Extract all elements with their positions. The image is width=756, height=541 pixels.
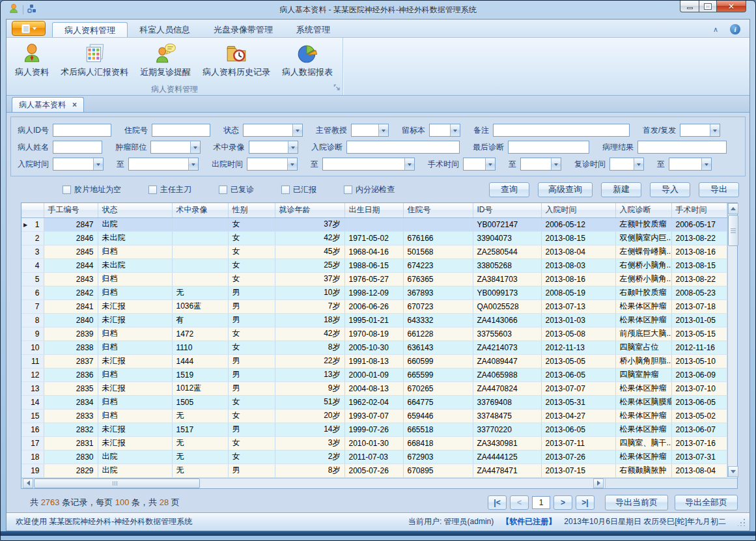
cell-gender[interactable]: 男 xyxy=(228,354,275,368)
maximize-button[interactable] xyxy=(699,1,717,12)
cell-status[interactable]: 出院 xyxy=(98,217,172,231)
cell-gender[interactable]: 女 xyxy=(228,436,275,450)
cell-birth-date[interactable]: 1995-01-21 xyxy=(344,313,403,327)
column-header-surgery-date[interactable]: 手术时间 xyxy=(671,203,727,217)
cell-id-no[interactable]: ZA4444125 xyxy=(473,450,541,464)
new-button[interactable]: 新建 xyxy=(601,182,641,197)
final-diagnosis-input[interactable] xyxy=(508,141,589,154)
cell-admission-diagnosis[interactable]: 前颅底巨大脑... xyxy=(615,327,671,340)
cell-intraop-video[interactable]: 1444 xyxy=(172,354,228,368)
ribbon-tab-system-management[interactable]: 系统管理 xyxy=(285,22,342,37)
cell-intraop-video[interactable] xyxy=(172,217,228,231)
cell-visit-age[interactable]: 42岁 xyxy=(275,231,344,245)
cell-birth-date[interactable] xyxy=(344,217,403,231)
cell-visit-age[interactable]: 14岁 xyxy=(275,423,344,436)
ribbon-tab-disc-video-management[interactable]: 光盘录像带管理 xyxy=(202,22,285,37)
vertical-scroll-thumb[interactable] xyxy=(728,215,738,246)
cell-admission-date[interactable]: 2013-07-11 xyxy=(541,436,615,450)
info-icon[interactable]: i xyxy=(730,24,740,35)
cell-visit-age[interactable]: 9岁 xyxy=(275,381,344,395)
cell-surgery-date[interactable]: 2012-11-16 xyxy=(671,340,727,354)
cell-id-no[interactable]: 33770220 xyxy=(473,423,541,436)
followup-date-from-combo[interactable] xyxy=(609,158,644,171)
cell-gender[interactable]: 男 xyxy=(228,464,275,477)
cell-visit-age[interactable]: 37岁 xyxy=(275,272,344,286)
cell-surgery-date[interactable]: 2013-07-18 xyxy=(671,299,727,313)
column-header-id-no[interactable]: ID号 xyxy=(473,203,541,217)
cell-status[interactable]: 未汇报 xyxy=(98,436,172,450)
cell-id-no[interactable]: ZA4214073 xyxy=(473,340,541,354)
cell-manual-id[interactable]: 2845 xyxy=(44,245,98,258)
table-row[interactable]: 72841未汇报1036蓝男7岁2006-06-26670723QA002552… xyxy=(21,299,727,313)
cell-manual-id[interactable]: 2830 xyxy=(44,450,98,464)
cell-intraop-video[interactable]: 无 xyxy=(172,464,228,477)
cell-surgery-date[interactable]: 2013-06-09 xyxy=(671,368,727,381)
cell-birth-date[interactable]: 2010-01-30 xyxy=(344,436,403,450)
cell-id-no[interactable]: QA0025528 xyxy=(473,299,541,313)
cell-admission-no[interactable]: 676365 xyxy=(403,272,473,286)
cell-birth-date[interactable]: 2004-08-13 xyxy=(344,381,403,395)
cell-visit-age[interactable]: 13岁 xyxy=(275,368,344,381)
cell-id-no[interactable]: ZA3430981 xyxy=(473,436,541,450)
chief-professor-dropdown-icon[interactable] xyxy=(378,124,388,136)
table-row[interactable]: 132835未汇报1012蓝男9岁2004-08-13670265ZA44708… xyxy=(21,381,727,395)
tab-patient-basic-info[interactable]: 病人基本资料 × xyxy=(12,97,84,112)
cell-manual-id[interactable]: 2839 xyxy=(44,327,98,340)
tumor-site-combo[interactable] xyxy=(150,141,200,154)
cell-admission-diagnosis[interactable]: 松果体区脑膜瘤 xyxy=(615,395,671,409)
cell-status[interactable]: 归档 xyxy=(98,409,172,423)
cell-visit-age[interactable]: 37岁 xyxy=(275,217,344,231)
cell-visit-age[interactable]: 22岁 xyxy=(275,354,344,368)
cell-intraop-video[interactable] xyxy=(172,245,228,258)
table-row[interactable]: 122836归档1519男13岁2000-01-09665599ZA406598… xyxy=(21,368,727,381)
cell-birth-date[interactable]: 1988-06-15 xyxy=(344,258,403,272)
cell-gender[interactable]: 男 xyxy=(228,381,275,395)
cell-admission-diagnosis[interactable]: 右侧桥小脑角... xyxy=(615,258,671,272)
endocrine-exam-checkbox[interactable] xyxy=(344,186,352,194)
cell-gender[interactable]: 女 xyxy=(228,217,275,231)
cell-id-no[interactable]: 33904073 xyxy=(473,231,541,245)
cell-admission-date[interactable]: 2013-04-27 xyxy=(541,409,615,423)
row-header-cell[interactable]: 16 xyxy=(21,423,44,436)
film-address-empty-checkbox[interactable] xyxy=(63,186,71,194)
cell-surgery-date[interactable]: 2006-05-17 xyxy=(671,217,727,231)
row-header-cell[interactable]: 13 xyxy=(21,381,44,395)
cell-admission-date[interactable]: 2006-05-12 xyxy=(541,217,615,231)
followup-date-to-combo[interactable] xyxy=(669,158,712,171)
cell-visit-age[interactable]: 42岁 xyxy=(275,327,344,340)
cell-manual-id[interactable]: 2832 xyxy=(44,423,98,436)
cell-surgery-date[interactable]: 2013-07-10 xyxy=(671,381,727,395)
cell-admission-date[interactable]: 2012-11-13 xyxy=(541,340,615,354)
cell-manual-id[interactable]: 2831 xyxy=(44,436,98,450)
discharge-date-from-dropdown-icon[interactable] xyxy=(287,158,297,170)
cell-gender[interactable]: 女 xyxy=(228,395,275,409)
cell-id-no[interactable]: ZA4065988 xyxy=(473,368,541,381)
cell-surgery-date[interactable]: 2013-08-15 xyxy=(671,258,727,272)
cell-admission-diagnosis[interactable]: 四脑室、脑干... xyxy=(615,436,671,450)
column-header-admission-date[interactable]: 入院时间 xyxy=(541,203,615,217)
cell-intraop-video[interactable] xyxy=(172,231,228,245)
cell-intraop-video[interactable] xyxy=(172,272,228,286)
ribbon-button-patient-history-records[interactable]: 病人资料历史记录 xyxy=(197,39,276,80)
cell-manual-id[interactable]: 2847 xyxy=(44,217,98,231)
cell-birth-date[interactable]: 1962-02-04 xyxy=(344,395,403,409)
cell-visit-age[interactable]: 8岁 xyxy=(275,340,344,354)
cell-id-no[interactable]: 33769408 xyxy=(473,395,541,409)
cell-intraop-video[interactable]: 无 xyxy=(172,436,228,450)
table-row[interactable]: 32845归档女45岁1968-04-16501568ZA25805442013… xyxy=(21,245,727,258)
admission-diagnosis-input[interactable] xyxy=(346,141,460,154)
cell-id-no[interactable]: 33805268 xyxy=(473,258,541,272)
cell-manual-id[interactable]: 2833 xyxy=(44,409,98,423)
cell-admission-diagnosis[interactable]: 松果体区肿瘤 xyxy=(615,409,671,423)
cell-intraop-video[interactable]: 1110 xyxy=(172,340,228,354)
table-row[interactable]: 192829出院无男8岁2005-07-26670895ZA4478471201… xyxy=(21,464,727,477)
cell-birth-date[interactable]: 1971-05-02 xyxy=(344,231,403,245)
cell-admission-no[interactable]: 670723 xyxy=(403,299,473,313)
cell-status[interactable]: 未汇报 xyxy=(98,354,172,368)
resize-grip[interactable] xyxy=(738,518,746,526)
cell-admission-no[interactable]: 668418 xyxy=(403,436,473,450)
cell-admission-diagnosis[interactable]: 左侧桥小脑角... xyxy=(615,272,671,286)
import-button[interactable]: 导入 xyxy=(650,182,690,197)
cell-surgery-date[interactable]: 2013-05-15 xyxy=(671,327,727,340)
cell-id-no[interactable]: YB0072147 xyxy=(473,217,541,231)
